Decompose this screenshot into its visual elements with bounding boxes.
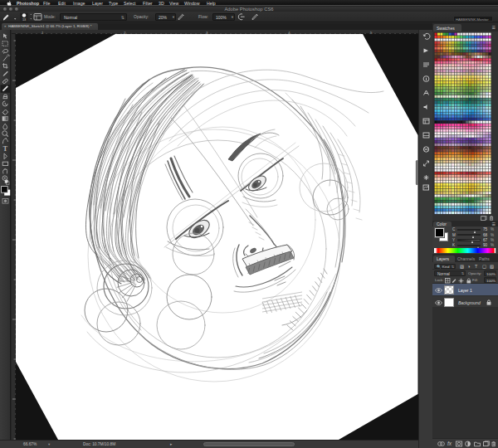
svg-text:fx: fx <box>447 441 452 446</box>
svg-text:T: T <box>2 145 7 153</box>
svg-text:13: 13 <box>22 18 26 22</box>
